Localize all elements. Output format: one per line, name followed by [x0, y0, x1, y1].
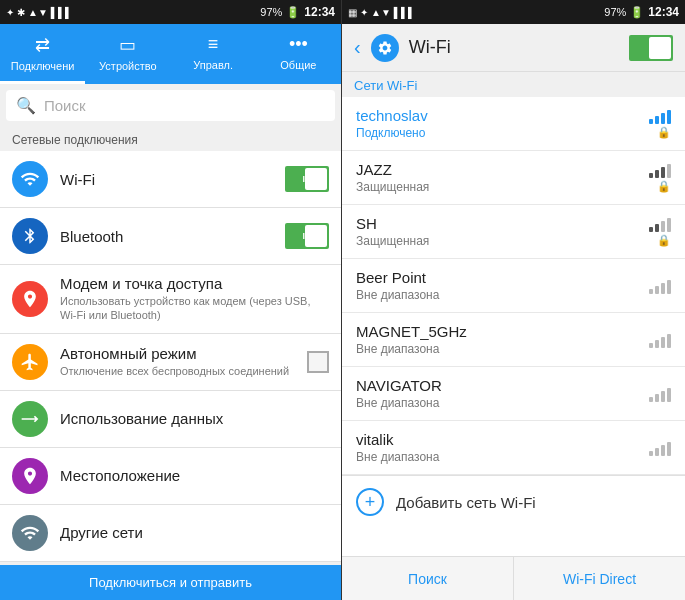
wifi-network-vitalik[interactable]: vitalik Вне диапазона [342, 421, 685, 475]
bar1 [649, 397, 653, 402]
menu-item-hotspot[interactable]: Модем и точка доступа Использовать устро… [0, 265, 341, 334]
r-signal-icon: ▲▼ [371, 7, 391, 18]
bluetooth-title: Bluetooth [60, 228, 273, 245]
r-bt-icon: ✦ [360, 7, 368, 18]
technoslav-lock-icon: 🔒 [657, 126, 671, 139]
airplane-checkbox[interactable] [307, 351, 329, 373]
bt2-icon: ✱ [17, 7, 25, 18]
magnet-text: MAGNET_5GHz Вне диапазона [356, 323, 639, 356]
bluetooth-toggle[interactable]: I [285, 223, 329, 249]
wifi-network-sh[interactable]: SH Защищенная 🔒 [342, 205, 685, 259]
bar2 [655, 116, 659, 124]
menu-list: Wi-Fi I Bluetooth I [0, 151, 341, 565]
technoslav-name: technoslav [356, 107, 639, 124]
r-bars-icon: ▌▌▌ [394, 7, 415, 18]
sh-signal: 🔒 [649, 216, 671, 247]
wifi-main-toggle[interactable] [629, 35, 673, 61]
magnet-name: MAGNET_5GHz [356, 323, 639, 340]
navigator-bars [649, 386, 671, 402]
bar1 [649, 227, 653, 232]
hotspot-icon [12, 281, 48, 317]
bar2 [655, 448, 659, 456]
wifi-toggle-knob [649, 37, 671, 59]
wifi-toggle-knob [305, 168, 327, 190]
r-battery-text: 97% [604, 6, 626, 18]
bar1 [649, 173, 653, 178]
wifi-direct-button[interactable]: Wi-Fi Direct [514, 557, 685, 600]
tab-general-label: Общие [280, 59, 316, 71]
beerpoint-name: Beer Point [356, 269, 639, 286]
signal-bars-icon: ▌▌▌ [51, 7, 72, 18]
technoslav-status: Подключено [356, 126, 639, 140]
menu-item-other[interactable]: Другие сети [0, 505, 341, 562]
tab-manage-icon: ≡ [208, 34, 219, 55]
technoslav-signal: 🔒 [649, 108, 671, 139]
sh-text: SH Защищенная [356, 215, 639, 248]
wifi-network-beerpoint[interactable]: Beer Point Вне диапазона [342, 259, 685, 313]
bt-status-icon: ✦ [6, 7, 14, 18]
tab-device-icon: ▭ [119, 34, 136, 56]
bar1 [649, 289, 653, 294]
wifi-network-navigator[interactable]: NAVIGATOR Вне диапазона [342, 367, 685, 421]
jazz-name: JAZZ [356, 161, 639, 178]
bar3 [661, 283, 665, 294]
tab-connections-icon: ⇄ [35, 34, 50, 56]
other-title: Другие сети [60, 524, 329, 541]
data-item-text: Использование данных [60, 410, 329, 427]
back-button[interactable]: ‹ [354, 36, 361, 59]
tab-bar: ⇄ Подключени ▭ Устройство ≡ Управл. ••• … [0, 24, 341, 84]
add-plus-icon: + [356, 488, 384, 516]
magnet-status: Вне диапазона [356, 342, 639, 356]
bar3 [661, 167, 665, 178]
add-network-label: Добавить сеть Wi-Fi [396, 494, 536, 511]
bluetooth-toggle-knob [305, 225, 327, 247]
bluetooth-toggle-indicator: I [302, 231, 305, 241]
tab-device[interactable]: ▭ Устройство [85, 24, 170, 84]
signal-icon: ▲▼ [28, 7, 48, 18]
wifi-network-technoslav[interactable]: technoslav Подключено 🔒 [342, 97, 685, 151]
battery-text: 97% [260, 6, 282, 18]
tab-manage-label: Управл. [193, 59, 233, 71]
wifi-network-magnet[interactable]: MAGNET_5GHz Вне диапазона [342, 313, 685, 367]
bottom-bar[interactable]: Подключиться и отправить [0, 565, 341, 600]
bar1 [649, 119, 653, 124]
tab-manage[interactable]: ≡ Управл. [171, 24, 256, 84]
search-bar: 🔍 Поиск [6, 90, 335, 121]
bar4 [667, 218, 671, 232]
tab-general[interactable]: ••• Общие [256, 24, 341, 84]
magnet-bars [649, 332, 671, 348]
menu-item-bluetooth[interactable]: Bluetooth I [0, 208, 341, 265]
left-status-icons: ✦ ✱ ▲▼ ▌▌▌ [6, 7, 72, 18]
navigator-text: NAVIGATOR Вне диапазона [356, 377, 639, 410]
location-title: Местоположение [60, 467, 329, 484]
menu-item-wifi[interactable]: Wi-Fi I [0, 151, 341, 208]
wifi-toggle-indicator: I [302, 174, 305, 184]
menu-item-location[interactable]: Местоположение [0, 448, 341, 505]
wifi-network-jazz[interactable]: JAZZ Защищенная 🔒 [342, 151, 685, 205]
menu-item-data[interactable]: Использование данных [0, 391, 341, 448]
location-icon [12, 458, 48, 494]
tab-connections[interactable]: ⇄ Подключени [0, 24, 85, 84]
search-placeholder[interactable]: Поиск [44, 97, 86, 114]
bar4 [667, 164, 671, 178]
wifi-toggle[interactable]: I [285, 166, 329, 192]
bar2 [655, 170, 659, 178]
bar3 [661, 221, 665, 232]
wifi-title: Wi-Fi [60, 171, 273, 188]
bar4 [667, 334, 671, 348]
bar3 [661, 337, 665, 348]
section-header: Сетевые подключения [0, 127, 341, 151]
sh-lock-icon: 🔒 [657, 234, 671, 247]
search-button[interactable]: Поиск [342, 557, 514, 600]
vitalik-bars [649, 440, 671, 456]
wifi-network-list: technoslav Подключено 🔒 JAZZ Защищенная [342, 97, 685, 556]
airplane-item-text: Автономный режим Отключение всех беспров… [60, 345, 295, 378]
bar2 [655, 340, 659, 348]
add-network-item[interactable]: + Добавить сеть Wi-Fi [342, 475, 685, 528]
wifi-item-text: Wi-Fi [60, 171, 273, 188]
left-panel: ✦ ✱ ▲▼ ▌▌▌ 97% 🔋 12:34 ⇄ Подключени ▭ Ус… [0, 0, 342, 600]
vitalik-name: vitalik [356, 431, 639, 448]
menu-item-airplane[interactable]: Автономный режим Отключение всех беспров… [0, 334, 341, 391]
search-icon: 🔍 [16, 96, 36, 115]
settings-gear-icon [371, 34, 399, 62]
